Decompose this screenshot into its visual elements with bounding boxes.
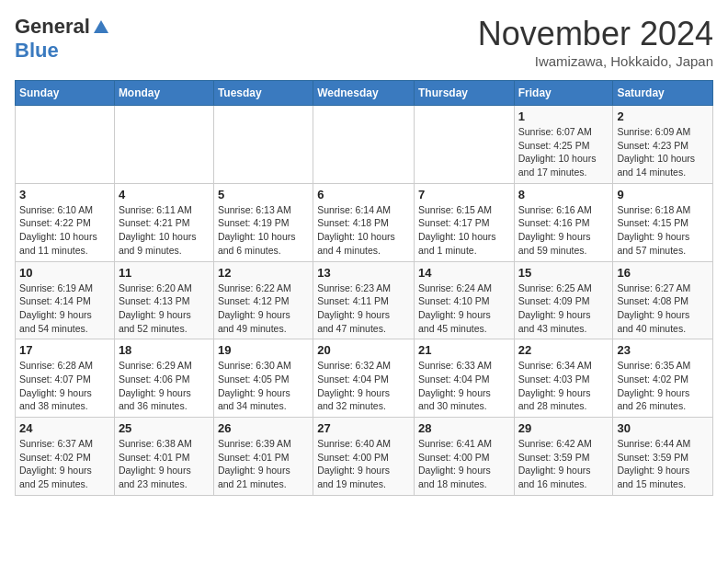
calendar-day-cell: 4Sunrise: 6:11 AM Sunset: 4:21 PM Daylig… — [114, 183, 213, 261]
day-number: 6 — [317, 188, 410, 201]
day-info: Sunrise: 6:30 AM Sunset: 4:05 PM Dayligh… — [218, 359, 309, 413]
calendar-day-cell: 28Sunrise: 6:41 AM Sunset: 4:00 PM Dayli… — [414, 418, 514, 496]
day-number: 13 — [317, 266, 410, 280]
calendar-day-cell — [213, 106, 313, 184]
weekday-header-cell: Sunday — [16, 81, 115, 106]
calendar-day-cell: 7Sunrise: 6:15 AM Sunset: 4:17 PM Daylig… — [414, 183, 514, 261]
calendar-day-cell: 21Sunrise: 6:33 AM Sunset: 4:04 PM Dayli… — [414, 339, 514, 418]
calendar-day-cell: 26Sunrise: 6:39 AM Sunset: 4:01 PM Dayli… — [213, 418, 313, 496]
calendar-day-cell: 10Sunrise: 6:19 AM Sunset: 4:14 PM Dayli… — [16, 261, 115, 339]
day-info: Sunrise: 6:09 AM Sunset: 4:23 PM Dayligh… — [617, 125, 709, 179]
day-number: 30 — [617, 421, 709, 435]
day-number: 1 — [518, 109, 609, 123]
calendar-day-cell: 23Sunrise: 6:35 AM Sunset: 4:02 PM Dayli… — [613, 339, 713, 418]
day-info: Sunrise: 6:37 AM Sunset: 4:02 PM Dayligh… — [19, 437, 110, 491]
calendar-day-cell: 5Sunrise: 6:13 AM Sunset: 4:19 PM Daylig… — [213, 183, 313, 261]
day-number: 20 — [317, 343, 410, 357]
day-number: 7 — [418, 188, 510, 201]
day-number: 15 — [518, 266, 609, 280]
calendar-day-cell — [114, 106, 213, 184]
calendar-day-cell: 1Sunrise: 6:07 AM Sunset: 4:25 PM Daylig… — [514, 106, 613, 184]
day-info: Sunrise: 6:14 AM Sunset: 4:18 PM Dayligh… — [317, 203, 410, 258]
logo: General Blue — [15, 15, 110, 63]
calendar-day-cell: 16Sunrise: 6:27 AM Sunset: 4:08 PM Dayli… — [613, 261, 713, 339]
logo-blue-text: Blue — [15, 39, 59, 63]
day-number: 21 — [418, 343, 510, 357]
day-info: Sunrise: 6:23 AM Sunset: 4:11 PM Dayligh… — [317, 282, 410, 336]
calendar-day-cell — [414, 106, 514, 184]
calendar-day-cell: 27Sunrise: 6:40 AM Sunset: 4:00 PM Dayli… — [313, 418, 415, 496]
day-info: Sunrise: 6:18 AM Sunset: 4:15 PM Dayligh… — [617, 203, 709, 258]
svg-marker-0 — [94, 20, 108, 33]
calendar-day-cell: 22Sunrise: 6:34 AM Sunset: 4:03 PM Dayli… — [514, 339, 613, 418]
day-info: Sunrise: 6:41 AM Sunset: 4:00 PM Dayligh… — [418, 437, 510, 491]
title-block: November 2024 Iwamizawa, Hokkaido, Japan — [478, 15, 713, 69]
day-info: Sunrise: 6:34 AM Sunset: 4:03 PM Dayligh… — [518, 359, 609, 413]
day-info: Sunrise: 6:42 AM Sunset: 3:59 PM Dayligh… — [518, 437, 609, 491]
day-info: Sunrise: 6:38 AM Sunset: 4:01 PM Dayligh… — [119, 437, 210, 491]
day-number: 22 — [518, 343, 609, 357]
day-number: 11 — [119, 266, 210, 280]
day-info: Sunrise: 6:29 AM Sunset: 4:06 PM Dayligh… — [119, 359, 210, 413]
weekday-header-cell: Saturday — [613, 81, 713, 106]
calendar-day-cell — [16, 106, 115, 184]
day-number: 19 — [218, 343, 309, 357]
calendar-day-cell: 8Sunrise: 6:16 AM Sunset: 4:16 PM Daylig… — [514, 183, 613, 261]
day-number: 14 — [418, 266, 510, 280]
day-info: Sunrise: 6:40 AM Sunset: 4:00 PM Dayligh… — [317, 437, 410, 491]
calendar-day-cell: 25Sunrise: 6:38 AM Sunset: 4:01 PM Dayli… — [114, 418, 213, 496]
calendar-day-cell: 9Sunrise: 6:18 AM Sunset: 4:15 PM Daylig… — [613, 183, 713, 261]
day-number: 23 — [617, 343, 709, 357]
calendar-day-cell: 20Sunrise: 6:32 AM Sunset: 4:04 PM Dayli… — [313, 339, 415, 418]
calendar-day-cell: 19Sunrise: 6:30 AM Sunset: 4:05 PM Dayli… — [213, 339, 313, 418]
day-number: 12 — [218, 266, 309, 280]
calendar-day-cell: 11Sunrise: 6:20 AM Sunset: 4:13 PM Dayli… — [114, 261, 213, 339]
day-number: 25 — [119, 421, 210, 435]
day-number: 17 — [19, 343, 110, 357]
calendar-day-cell: 12Sunrise: 6:22 AM Sunset: 4:12 PM Dayli… — [213, 261, 313, 339]
calendar-table: SundayMondayTuesdayWednesdayThursdayFrid… — [15, 80, 713, 496]
calendar-day-cell: 17Sunrise: 6:28 AM Sunset: 4:07 PM Dayli… — [16, 339, 115, 418]
day-info: Sunrise: 6:44 AM Sunset: 3:59 PM Dayligh… — [617, 437, 709, 491]
day-info: Sunrise: 6:11 AM Sunset: 4:21 PM Dayligh… — [119, 203, 210, 258]
day-number: 9 — [617, 188, 709, 201]
day-info: Sunrise: 6:28 AM Sunset: 4:07 PM Dayligh… — [19, 359, 110, 413]
calendar-week-row: 17Sunrise: 6:28 AM Sunset: 4:07 PM Dayli… — [16, 339, 713, 418]
calendar-day-cell: 2Sunrise: 6:09 AM Sunset: 4:23 PM Daylig… — [613, 106, 713, 184]
day-number: 26 — [218, 421, 309, 435]
day-number: 28 — [418, 421, 510, 435]
day-number: 27 — [317, 421, 410, 435]
day-info: Sunrise: 6:13 AM Sunset: 4:19 PM Dayligh… — [218, 203, 309, 258]
logo-icon — [90, 17, 110, 37]
calendar-day-cell: 13Sunrise: 6:23 AM Sunset: 4:11 PM Dayli… — [313, 261, 415, 339]
day-info: Sunrise: 6:25 AM Sunset: 4:09 PM Dayligh… — [518, 282, 609, 336]
day-info: Sunrise: 6:32 AM Sunset: 4:04 PM Dayligh… — [317, 359, 410, 413]
day-info: Sunrise: 6:24 AM Sunset: 4:10 PM Dayligh… — [418, 282, 510, 336]
calendar-day-cell: 18Sunrise: 6:29 AM Sunset: 4:06 PM Dayli… — [114, 339, 213, 418]
calendar-week-row: 10Sunrise: 6:19 AM Sunset: 4:14 PM Dayli… — [16, 261, 713, 339]
day-info: Sunrise: 6:16 AM Sunset: 4:16 PM Dayligh… — [518, 203, 609, 258]
calendar-day-cell — [313, 106, 415, 184]
day-info: Sunrise: 6:22 AM Sunset: 4:12 PM Dayligh… — [218, 282, 309, 336]
day-info: Sunrise: 6:19 AM Sunset: 4:14 PM Dayligh… — [19, 282, 110, 336]
day-info: Sunrise: 6:39 AM Sunset: 4:01 PM Dayligh… — [218, 437, 309, 491]
calendar-day-cell: 6Sunrise: 6:14 AM Sunset: 4:18 PM Daylig… — [313, 183, 415, 261]
day-info: Sunrise: 6:35 AM Sunset: 4:02 PM Dayligh… — [617, 359, 709, 413]
calendar-day-cell: 14Sunrise: 6:24 AM Sunset: 4:10 PM Dayli… — [414, 261, 514, 339]
weekday-header-cell: Friday — [514, 81, 613, 106]
day-info: Sunrise: 6:20 AM Sunset: 4:13 PM Dayligh… — [119, 282, 210, 336]
day-number: 29 — [518, 421, 609, 435]
day-info: Sunrise: 6:07 AM Sunset: 4:25 PM Dayligh… — [518, 125, 609, 179]
weekday-header-cell: Thursday — [414, 81, 514, 106]
day-number: 24 — [19, 421, 110, 435]
day-number: 3 — [19, 188, 110, 201]
day-number: 18 — [119, 343, 210, 357]
logo-general: General — [15, 15, 90, 39]
calendar-day-cell: 29Sunrise: 6:42 AM Sunset: 3:59 PM Dayli… — [514, 418, 613, 496]
weekday-header-cell: Wednesday — [313, 81, 415, 106]
location-subtitle: Iwamizawa, Hokkaido, Japan — [478, 53, 713, 69]
calendar-day-cell: 30Sunrise: 6:44 AM Sunset: 3:59 PM Dayli… — [613, 418, 713, 496]
day-number: 4 — [119, 188, 210, 201]
weekday-header-cell: Tuesday — [213, 81, 313, 106]
day-info: Sunrise: 6:27 AM Sunset: 4:08 PM Dayligh… — [617, 282, 709, 336]
